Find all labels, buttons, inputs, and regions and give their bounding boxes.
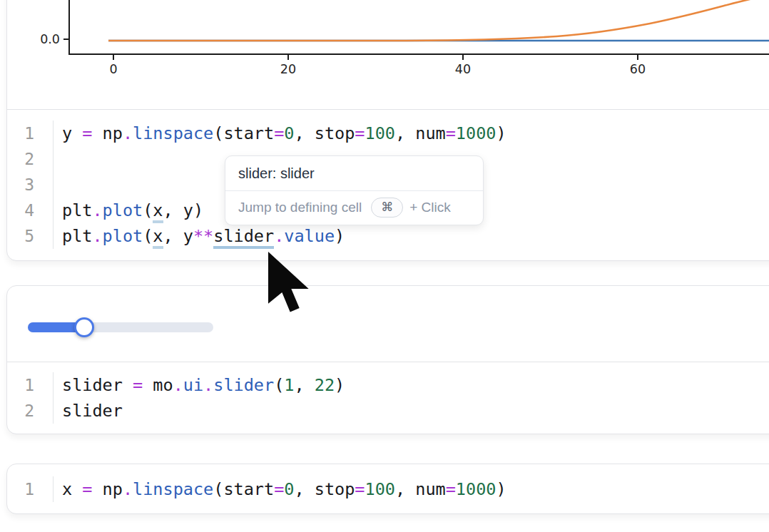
code-line[interactable]: slider <box>62 398 769 424</box>
code-token: slider <box>62 401 123 421</box>
code-token: , num <box>395 123 446 143</box>
line-number: 2 <box>7 146 34 172</box>
code-token: ) <box>335 226 345 246</box>
code-token: np <box>92 479 122 499</box>
code-token-underlined: x <box>153 226 163 249</box>
code-token: plot <box>103 200 143 220</box>
tooltip-title: slider: slider <box>225 156 483 190</box>
line-number: 5 <box>7 223 34 249</box>
code-token: value <box>284 226 335 246</box>
code-token: slider <box>62 375 133 395</box>
code-token: linspace <box>133 123 213 143</box>
code-token: 1000 <box>456 123 496 143</box>
plot-line-orange <box>108 0 769 41</box>
code-token: . <box>203 375 213 395</box>
tooltip-suffix: + Click <box>409 200 451 215</box>
code-token: (start <box>213 479 274 499</box>
line-number: 2 <box>7 398 34 424</box>
code-token: 22 <box>315 375 335 395</box>
jump-to-defining-cell-hint: Jump to defining cell ⌘ + Click <box>225 191 483 225</box>
code-token: = <box>82 123 92 143</box>
code-token: , <box>294 375 314 395</box>
code-token: y <box>62 123 82 143</box>
code-token-underlined: x <box>153 200 163 223</box>
line-number-gutter: 12345 <box>7 121 54 249</box>
line-number-gutter: 1 <box>7 476 54 502</box>
code-token: = <box>133 375 143 395</box>
code-line[interactable]: plt.plot(x, y**slider.value) <box>62 223 769 249</box>
code-token: , stop <box>294 123 355 143</box>
code-token: = <box>82 479 92 499</box>
code-token: . <box>274 226 284 246</box>
code-token: ( <box>143 200 153 220</box>
code-token: 1000 <box>456 479 496 499</box>
matplotlib-plot: 0.0 0 20 40 60 <box>7 0 769 109</box>
notebook-cell-slider: 12 slider = mo.ui.slider(1, 22)slider <box>6 285 769 434</box>
code-line[interactable]: x = np.linspace(start=0, stop=100, num=1… <box>62 476 769 502</box>
code-token: plt <box>62 226 92 246</box>
plot-output: 0.0 0 20 40 60 <box>7 0 769 110</box>
tooltip-action-label: Jump to defining cell <box>238 200 362 215</box>
code-token: 1 <box>284 375 294 395</box>
code-line[interactable]: y = np.linspace(start=0, stop=100, num=1… <box>62 121 769 146</box>
code-token: plot <box>103 226 143 246</box>
command-key-icon: ⌘ <box>371 198 403 218</box>
code-token: , stop <box>294 479 355 499</box>
code-token: 100 <box>365 123 395 143</box>
slider-track[interactable] <box>28 322 213 332</box>
code-token: = <box>446 123 456 143</box>
plot-xtick-label: 0 <box>109 62 117 76</box>
code-token: ( <box>143 226 153 246</box>
line-number: 3 <box>7 172 34 198</box>
plot-xtick-label: 60 <box>630 62 646 76</box>
code-area[interactable]: x = np.linspace(start=0, stop=100, num=1… <box>54 476 769 502</box>
code-token: 0 <box>284 123 294 143</box>
code-token: = <box>446 479 456 499</box>
code-token: linspace <box>133 479 213 499</box>
code-token: 0 <box>284 479 294 499</box>
variable-tooltip: slider: slider Jump to defining cell ⌘ +… <box>225 155 484 225</box>
notebook-page: 0.0 0 20 40 60 12345 y = np.linspace(sta… <box>0 0 769 532</box>
plot-xtick-label: 20 <box>280 62 296 76</box>
code-token: ) <box>335 375 345 395</box>
code-token: . <box>173 375 183 395</box>
code-area[interactable]: slider = mo.ui.slider(1, 22)slider <box>54 372 769 424</box>
code-token: = <box>355 123 365 143</box>
code-token: = <box>274 479 284 499</box>
line-number-gutter: 12 <box>7 372 54 424</box>
code-editor[interactable]: 1 x = np.linspace(start=0, stop=100, num… <box>7 464 769 514</box>
code-token: ) <box>496 479 506 499</box>
line-number: 1 <box>7 476 34 502</box>
code-token: = <box>274 123 284 143</box>
code-token: 100 <box>365 479 395 499</box>
line-number: 1 <box>7 372 34 398</box>
code-token: ) <box>496 123 506 143</box>
code-token: np <box>92 123 122 143</box>
code-token: slider <box>213 375 274 395</box>
code-token: . <box>123 479 133 499</box>
code-token: . <box>92 200 102 220</box>
code-token: mo <box>143 375 173 395</box>
code-editor[interactable]: 12 slider = mo.ui.slider(1, 22)slider <box>7 362 769 434</box>
code-token: , y) <box>163 200 204 220</box>
slider-output <box>7 286 769 362</box>
code-token: , y <box>163 226 193 246</box>
code-token: , num <box>395 479 446 499</box>
code-line[interactable]: slider = mo.ui.slider(1, 22) <box>62 372 769 398</box>
code-token-underlined: slider <box>213 226 274 249</box>
plot-ytick-label: 0.0 <box>40 32 60 46</box>
code-token: . <box>92 226 102 246</box>
code-token: ui <box>183 375 203 395</box>
code-token: x <box>62 479 82 499</box>
code-token: . <box>123 123 133 143</box>
code-token: ( <box>274 375 284 395</box>
line-number: 1 <box>7 121 34 146</box>
plot-xtick-label: 40 <box>455 62 471 76</box>
slider-thumb[interactable] <box>74 317 94 337</box>
code-token: (start <box>213 123 274 143</box>
code-token: = <box>355 479 365 499</box>
code-token: plt <box>62 200 92 220</box>
notebook-cell-x: 1 x = np.linspace(start=0, stop=100, num… <box>6 464 769 514</box>
code-token: ** <box>193 226 213 246</box>
line-number: 4 <box>7 198 34 223</box>
